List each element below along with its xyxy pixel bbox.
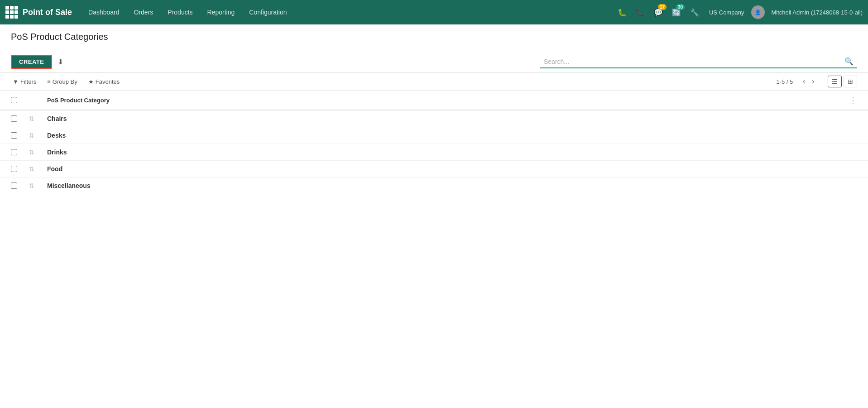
nav-reporting[interactable]: Reporting — [200, 0, 242, 24]
table-row[interactable]: ⇅ Food — [0, 161, 868, 178]
main-nav-menu: Dashboard Orders Products Reporting Conf… — [81, 0, 615, 24]
row-checkbox — [11, 182, 29, 189]
search-bar: 🔍 — [540, 55, 857, 68]
drag-handle[interactable]: ⇅ — [29, 115, 47, 122]
row-checkbox — [11, 115, 29, 122]
group-by-button[interactable]: ≡ Group By — [45, 77, 79, 86]
app-menu-icon[interactable] — [5, 6, 18, 19]
filters-button[interactable]: ▼ Filters — [11, 77, 38, 86]
row-select-checkbox[interactable] — [11, 149, 17, 155]
group-by-icon: ≡ — [47, 78, 51, 85]
drag-handle[interactable]: ⇅ — [29, 165, 47, 173]
pagination-info: 1-5 / 5 — [776, 78, 793, 85]
kanban-view-button[interactable]: ⊞ — [844, 76, 857, 87]
table-container: PoS Product Category ⋮ ⇅ Chairs ⇅ Desks … — [0, 91, 868, 194]
list-view-button[interactable]: ☰ — [828, 76, 842, 87]
drag-handle[interactable]: ⇅ — [29, 132, 47, 139]
company-name[interactable]: US Company — [709, 9, 744, 16]
filter-icon: ▼ — [13, 78, 19, 85]
user-name[interactable]: Mitchell Admin (17248068-15-0-all) — [771, 9, 863, 16]
row-select-checkbox[interactable] — [11, 166, 17, 172]
table-header: PoS Product Category ⋮ — [0, 91, 868, 110]
download-button[interactable]: ⬇ — [56, 56, 65, 68]
table-row[interactable]: ⇅ Chairs — [0, 110, 868, 127]
main-content: PoS Product Categories CREATE ⬇ 🔍 ▼ Filt… — [0, 24, 868, 408]
pagination-controls: ‹ › — [800, 77, 817, 86]
prev-page-button[interactable]: ‹ — [800, 77, 808, 86]
nav-products[interactable]: Products — [160, 0, 200, 24]
header-checkbox-col — [11, 97, 29, 103]
header-more-icon[interactable]: ⋮ — [849, 95, 857, 105]
bug-icon[interactable]: 🐛 — [615, 5, 629, 19]
search-input[interactable] — [544, 58, 844, 65]
row-checkbox — [11, 166, 29, 172]
updates-icon[interactable]: 🔄 30 — [669, 5, 684, 19]
toolbar: CREATE ⬇ 🔍 — [0, 51, 868, 73]
row-category-name: Chairs — [47, 115, 857, 122]
app-brand[interactable]: Point of Sale — [23, 8, 72, 17]
drag-handle-icon: ⇅ — [29, 182, 34, 189]
table-row[interactable]: ⇅ Miscellaneous — [0, 178, 868, 194]
row-select-checkbox[interactable] — [11, 132, 17, 139]
table-row[interactable]: ⇅ Desks — [0, 127, 868, 144]
column-header-name: PoS Product Category — [47, 97, 839, 104]
row-select-checkbox[interactable] — [11, 182, 17, 189]
view-toggle: ☰ ⊞ — [828, 76, 857, 87]
row-category-name: Food — [47, 165, 857, 173]
phone-icon[interactable]: 📞 — [633, 5, 647, 19]
row-category-name: Desks — [47, 132, 857, 139]
chat-badge: 17 — [658, 4, 667, 10]
select-all-checkbox[interactable] — [11, 97, 17, 103]
drag-handle[interactable]: ⇅ — [29, 149, 47, 156]
favorites-button[interactable]: ★ Favorites — [86, 77, 121, 86]
page-header: PoS Product Categories — [0, 24, 868, 51]
table-row[interactable]: ⇅ Drinks — [0, 144, 868, 161]
nav-orders[interactable]: Orders — [127, 0, 161, 24]
create-button[interactable]: CREATE — [11, 55, 52, 69]
topbar-actions: 🐛 📞 💬 17 🔄 30 🔧 US Company 👤 Mitchell Ad… — [615, 5, 863, 19]
star-icon: ★ — [88, 78, 94, 85]
page-title: PoS Product Categories — [11, 32, 857, 42]
row-checkbox — [11, 132, 29, 139]
row-category-name: Drinks — [47, 149, 857, 156]
nav-dashboard[interactable]: Dashboard — [81, 0, 127, 24]
search-icon[interactable]: 🔍 — [844, 57, 854, 66]
user-avatar[interactable]: 👤 — [751, 5, 765, 19]
top-navigation: Point of Sale Dashboard Orders Products … — [0, 0, 868, 24]
drag-handle[interactable]: ⇅ — [29, 182, 47, 189]
next-page-button[interactable]: › — [809, 77, 817, 86]
header-actions-col: ⋮ — [839, 95, 857, 105]
drag-handle-icon: ⇅ — [29, 132, 34, 139]
row-select-checkbox[interactable] — [11, 115, 17, 122]
drag-handle-icon: ⇅ — [29, 115, 34, 122]
chat-icon[interactable]: 💬 17 — [651, 5, 666, 19]
row-category-name: Miscellaneous — [47, 182, 857, 189]
drag-handle-icon: ⇅ — [29, 165, 34, 173]
filter-bar: ▼ Filters ≡ Group By ★ Favorites 1-5 / 5… — [0, 73, 868, 91]
updates-badge: 30 — [676, 4, 685, 10]
drag-handle-icon: ⇅ — [29, 149, 34, 156]
table-rows: ⇅ Chairs ⇅ Desks ⇅ Drinks ⇅ Food ⇅ — [0, 110, 868, 194]
settings-icon[interactable]: 🔧 — [687, 5, 702, 19]
nav-configuration[interactable]: Configuration — [242, 0, 294, 24]
row-checkbox — [11, 149, 29, 155]
